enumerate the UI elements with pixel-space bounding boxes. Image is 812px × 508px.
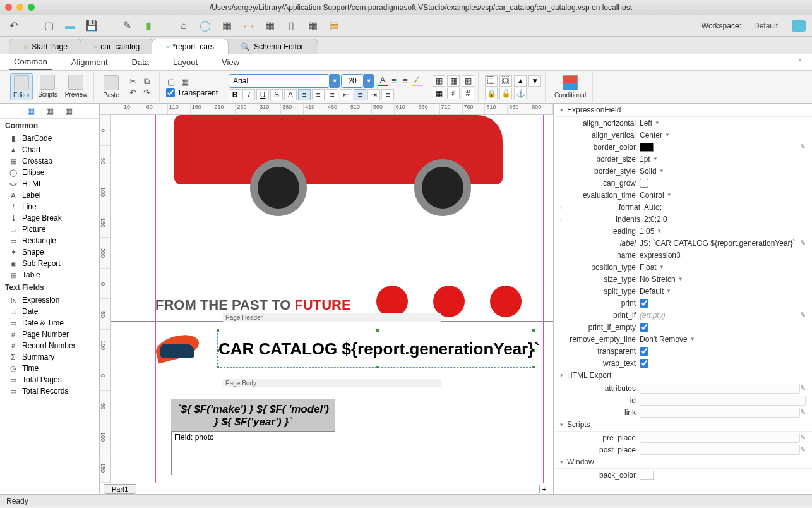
part-tab[interactable]: Part1 xyxy=(104,484,136,494)
lock-icon[interactable]: 🔒 xyxy=(485,88,498,99)
anchor-icon[interactable]: ⚓ xyxy=(514,88,527,99)
prop-evaluation-time[interactable]: evaluation_timeControl▼ xyxy=(554,189,812,201)
prop-checkbox[interactable] xyxy=(640,347,648,356)
table-icon[interactable]: ▦ xyxy=(433,75,445,87)
prop-label[interactable]: labelJS: `CAR CATALOG ${report.generatio… xyxy=(554,237,812,249)
prop-print[interactable]: print xyxy=(554,297,812,309)
align-center-icon[interactable]: ≡ xyxy=(312,89,325,100)
close-window-button[interactable] xyxy=(5,4,12,11)
refresh-icon[interactable]: ◯ xyxy=(198,19,212,33)
prop-size-type[interactable]: size_typeNo Stretch▼ xyxy=(554,273,812,285)
dropdown-icon[interactable]: ▼ xyxy=(666,288,671,294)
catalog-expression[interactable]: CAR CATALOG ${report.generationYear}` xyxy=(218,339,540,359)
highlight-icon[interactable]: ∕ xyxy=(412,76,422,86)
paste-button[interactable]: Paste xyxy=(100,74,122,100)
sidebar-item-time[interactable]: ◷Time xyxy=(0,363,99,374)
edit-icon[interactable]: ✎ xyxy=(800,143,806,151)
prop-can-grow[interactable]: can_grow xyxy=(554,177,812,189)
prop-section-expressionfield[interactable]: ▾ExpressionField xyxy=(554,104,812,117)
prop-position-type[interactable]: position_typeFloat▼ xyxy=(554,261,812,273)
border-icon[interactable]: ▦ xyxy=(180,77,190,87)
list-icon[interactable]: ▤ xyxy=(327,19,341,33)
prop-print-if[interactable]: print_if(empty)✎ xyxy=(554,309,812,321)
prop-indents[interactable]: ›indents2;0;2;0 xyxy=(554,213,812,225)
unlock-icon[interactable]: 🔓 xyxy=(499,88,512,99)
sidebar-item-html[interactable]: <>HTML xyxy=(0,178,99,190)
font-color-icon[interactable]: A xyxy=(378,76,388,86)
undo-icon[interactable]: ↶ xyxy=(128,88,138,98)
workspace-value[interactable]: Default xyxy=(754,21,778,30)
photo-field[interactable]: Field: photo xyxy=(171,431,335,475)
prop-checkbox[interactable] xyxy=(640,179,648,188)
folder-icon[interactable]: ▬ xyxy=(63,19,77,33)
sidebar-item-line[interactable]: /Line xyxy=(0,201,99,212)
prop-section-html-export[interactable]: ▾HTML Export xyxy=(554,369,812,382)
car-image[interactable] xyxy=(174,115,503,216)
italic-icon[interactable]: I xyxy=(242,89,255,100)
fill-icon[interactable]: ▢ xyxy=(166,77,176,87)
prop-wrap-text[interactable]: wrap_text xyxy=(554,357,812,369)
monitor-icon[interactable]: ▦ xyxy=(306,19,319,33)
sidebar-item-rectangle[interactable]: ▭Rectangle xyxy=(0,235,99,246)
dropdown-icon[interactable]: ▼ xyxy=(657,228,662,234)
red-ellipse[interactable] xyxy=(376,286,408,317)
tab-report-cars[interactable]: ▫*report_cars xyxy=(152,39,229,54)
indent-dec-icon[interactable]: ⇤ xyxy=(340,89,352,100)
home-icon[interactable]: ⌂ xyxy=(177,19,191,33)
tab-start-page[interactable]: ⌂Start Page xyxy=(9,39,82,54)
logo-image[interactable] xyxy=(155,336,212,361)
edit-icon[interactable]: ✎ xyxy=(800,311,806,319)
align-right-icon[interactable]: ≡ xyxy=(326,89,338,100)
prop-align-vertical[interactable]: align_verticalCenter▼ xyxy=(554,129,812,141)
ribbon-tab-layout[interactable]: Layout xyxy=(168,55,203,70)
strike-icon[interactable]: S xyxy=(270,89,283,100)
expression-field[interactable]: `${ $F('make') } ${ $F( 'model') } ${ $F… xyxy=(171,399,335,432)
sidebar-item-barcode[interactable]: ▮BarCode xyxy=(0,133,99,144)
align-left-icon[interactable]: ≡ xyxy=(389,76,399,86)
prop-input[interactable] xyxy=(640,384,800,394)
edit-icon[interactable]: ✎ xyxy=(800,433,806,442)
sidebar-item-ellipse[interactable]: ◯Ellipse xyxy=(0,167,99,178)
prop-leading[interactable]: leading1.05▼ xyxy=(554,225,812,237)
prop-input[interactable] xyxy=(640,445,800,455)
underline-icon[interactable]: U xyxy=(256,89,269,100)
align-left-icon[interactable]: ≡ xyxy=(298,89,311,100)
undo-icon[interactable]: ↶ xyxy=(6,19,20,33)
prop-input[interactable] xyxy=(640,433,800,443)
prop-border-color[interactable]: border_color✎ xyxy=(554,141,812,153)
ribbon-tab-data[interactable]: Data xyxy=(127,55,154,70)
bookmark-icon[interactable]: ▮ xyxy=(141,19,155,33)
dropdown-icon[interactable]: ▼ xyxy=(653,156,658,162)
sidebar-item-total-pages[interactable]: ▭Total Pages xyxy=(0,374,99,385)
sidebar-item-crosstab[interactable]: ▦Crosstab xyxy=(0,155,99,167)
scripts-button[interactable]: Scripts xyxy=(35,73,60,100)
sidebar-item-record-number[interactable]: #Record Number xyxy=(0,340,99,351)
color-swatch[interactable] xyxy=(640,471,654,480)
red-ellipse[interactable] xyxy=(433,286,465,317)
line-spacing-icon[interactable]: ≡ xyxy=(381,89,394,100)
grid-icon[interactable]: ▦ xyxy=(433,88,445,99)
maximize-window-button[interactable] xyxy=(28,4,35,11)
guides-icon[interactable]: # xyxy=(462,88,474,99)
sidebar-item-label[interactable]: ALabel xyxy=(0,190,99,201)
font-select[interactable] xyxy=(229,74,330,88)
back-icon[interactable]: ▼ xyxy=(528,75,541,87)
sidebar-item-total-records[interactable]: ▭Total Records xyxy=(0,385,99,397)
prop-format[interactable]: ›formatAuto; xyxy=(554,201,812,213)
edit-icon[interactable]: ✎ xyxy=(800,445,806,454)
dropdown-icon[interactable]: ▼ xyxy=(665,132,670,138)
schema-icon[interactable]: ▦ xyxy=(263,19,277,33)
prop-border-size[interactable]: border_size1pt▼ xyxy=(554,153,812,165)
design-canvas[interactable]: FROM THE PAST TO FUTURE Page Header xyxy=(111,115,553,483)
redo-icon[interactable]: ↷ xyxy=(142,88,152,98)
prop-section-scripts[interactable]: ▾Scripts xyxy=(554,418,812,432)
sidebar-item-chart[interactable]: ▲Chart xyxy=(0,144,99,155)
valign-mid-icon[interactable]: ≡ xyxy=(354,89,366,100)
prop-link[interactable]: link✎ xyxy=(554,406,812,418)
save-icon[interactable]: 💾 xyxy=(85,19,99,33)
dropdown-icon[interactable]: ▼ xyxy=(690,336,695,342)
prop-border-style[interactable]: border_styleSolid▼ xyxy=(554,165,812,177)
cut-icon[interactable]: ✂ xyxy=(128,76,138,87)
ribbon-tab-common[interactable]: Common xyxy=(9,54,52,70)
group-icon[interactable]: ⿴ xyxy=(485,75,498,87)
